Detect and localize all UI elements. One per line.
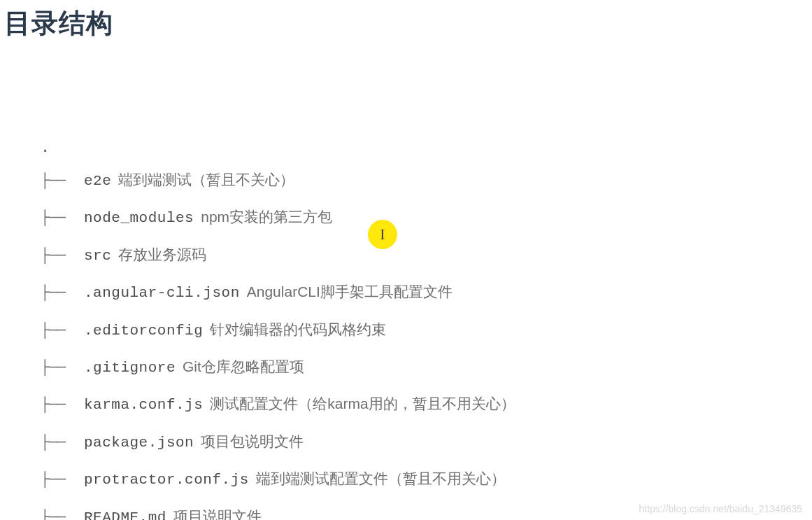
tree-row: ├── .angular-cli.json AngularCLI脚手架工具配置文… bbox=[41, 281, 812, 303]
tree-branch-icon: ├── bbox=[41, 283, 84, 303]
cursor-highlight-icon bbox=[368, 220, 397, 249]
tree-row: ├── package.json 项目包说明文件 bbox=[41, 431, 812, 453]
tree-branch-icon: ├── bbox=[41, 470, 84, 490]
tree-branch-icon: ├── bbox=[41, 358, 84, 378]
tree-item-name: node_modules bbox=[84, 208, 194, 228]
tree-item-desc: 针对编辑器的代码风格约束 bbox=[210, 319, 386, 339]
tree-row: ├── .editorconfig 针对编辑器的代码风格约束 bbox=[41, 319, 812, 341]
tree-item-desc: 项目说明文件 bbox=[173, 506, 262, 520]
tree-item-desc: Git仓库忽略配置项 bbox=[183, 356, 304, 377]
tree-row: ├── protractor.conf.js 端到端测试配置文件（暂且不用关心） bbox=[41, 468, 812, 490]
tree-branch-icon: ├── bbox=[41, 208, 84, 228]
tree-row: ├── node_modules npm安装的第三方包 bbox=[41, 206, 812, 228]
watermark-text: https://blog.csdn.net/baidu_21349635 bbox=[639, 503, 802, 514]
tree-row: ├── e2e 端到端测试（暂且不关心） bbox=[41, 169, 812, 191]
tree-branch-icon: ├── bbox=[41, 171, 84, 191]
tree-item-name: karma.conf.js bbox=[84, 395, 203, 415]
tree-item-desc: 项目包说明文件 bbox=[201, 431, 304, 451]
page-heading: 目录结构 bbox=[0, 0, 812, 41]
tree-row: ├── .gitignore Git仓库忽略配置项 bbox=[41, 356, 812, 378]
tree-root: . bbox=[41, 139, 812, 157]
tree-branch-icon: ├── bbox=[41, 321, 84, 341]
directory-tree: . ├── e2e 端到端测试（暂且不关心） ├── node_modules … bbox=[0, 41, 812, 520]
tree-item-name: .gitignore bbox=[84, 358, 176, 378]
tree-branch-icon: ├── bbox=[41, 395, 84, 415]
tree-row: ├── karma.conf.js 测试配置文件（给karma用的，暂且不用关心… bbox=[41, 393, 812, 415]
tree-item-desc: 存放业务源码 bbox=[118, 244, 206, 265]
tree-branch-icon: ├── bbox=[41, 246, 84, 266]
tree-item-desc: npm安装的第三方包 bbox=[201, 206, 332, 227]
tree-item-name: package.json bbox=[84, 433, 194, 453]
tree-branch-icon: ├── bbox=[41, 507, 84, 520]
tree-item-desc: 端到端测试（暂且不关心） bbox=[118, 169, 294, 190]
tree-item-name: README.md bbox=[84, 507, 166, 520]
tree-item-desc: AngularCLI脚手架工具配置文件 bbox=[247, 281, 453, 302]
tree-row: ├── src 存放业务源码 bbox=[41, 244, 812, 266]
tree-item-desc: 测试配置文件（给karma用的，暂且不用关心） bbox=[210, 393, 515, 414]
tree-branch-icon: ├── bbox=[41, 433, 84, 453]
tree-item-name: protractor.conf.js bbox=[84, 470, 249, 490]
tree-item-name: .editorconfig bbox=[84, 321, 203, 341]
tree-item-name: .angular-cli.json bbox=[84, 283, 240, 303]
tree-item-desc: 端到端测试配置文件（暂且不用关心） bbox=[256, 468, 506, 489]
tree-item-name: e2e bbox=[84, 171, 111, 191]
tree-item-name: src bbox=[84, 246, 111, 266]
